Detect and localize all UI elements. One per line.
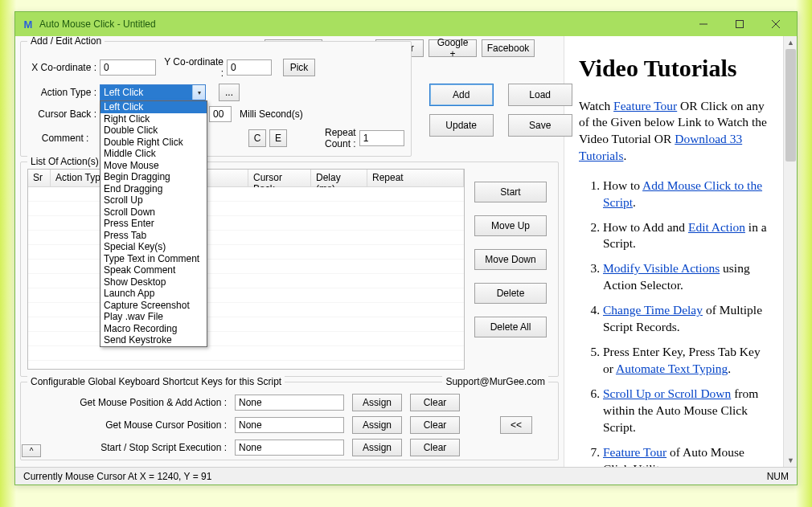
- shortcut-row1-input[interactable]: [235, 395, 344, 411]
- svg-rect-1: [736, 21, 743, 28]
- move-up-button[interactable]: Move Up: [474, 215, 547, 236]
- action-type-option[interactable]: Middle Click: [100, 148, 207, 160]
- col-sr[interactable]: Sr: [28, 170, 51, 186]
- tutorial-link[interactable]: Modify Visible Actions: [603, 261, 720, 275]
- update-button[interactable]: Update: [429, 114, 494, 137]
- tutorial-item: Feature Tour of Auto Mouse Click Utility…: [603, 444, 769, 467]
- action-type-ellipsis-button[interactable]: ...: [219, 84, 240, 101]
- scroll-thumb[interactable]: [785, 49, 796, 162]
- action-type-option[interactable]: Show Desktop: [100, 276, 207, 288]
- action-type-option[interactable]: Play .wav File: [100, 311, 207, 323]
- tutorials-pane: Video Tutorials Watch Feature Tour OR Cl…: [564, 36, 783, 467]
- list-side-buttons: Start Move Up Move Down Delete Delete Al…: [471, 169, 552, 370]
- shortcut-row3-assign[interactable]: Assign: [352, 439, 402, 456]
- load-button[interactable]: Load: [508, 84, 572, 106]
- shortcut-row2-label: Get Mouse Cursor Position :: [27, 419, 227, 431]
- scroll-up-icon[interactable]: ▲: [784, 36, 797, 49]
- scroll-down-icon[interactable]: ▼: [784, 454, 797, 467]
- action-type-option[interactable]: Double Right Click: [100, 137, 207, 149]
- delete-all-button[interactable]: Delete All: [474, 317, 547, 337]
- shortcut-row3-input[interactable]: [235, 440, 344, 456]
- cursor-back-label: Cursor Back :: [27, 108, 96, 120]
- action-type-option[interactable]: Left Click: [100, 101, 207, 113]
- delay-unit-label: Milli Second(s): [240, 108, 303, 120]
- tutorials-list: How to Add Mouse Click to the Script.How…: [579, 178, 769, 467]
- e-button[interactable]: E: [269, 129, 287, 147]
- shortcut-row2-assign[interactable]: Assign: [352, 416, 402, 434]
- action-type-option[interactable]: Move Mouse: [100, 160, 207, 172]
- shortcut-row2-clear[interactable]: Clear: [410, 416, 460, 434]
- add-edit-legend: Add / Edit Action: [27, 36, 105, 47]
- action-type-option[interactable]: Launch App: [100, 288, 207, 300]
- shortcut-row3-label: Start / Stop Script Execution :: [27, 442, 227, 453]
- action-type-option[interactable]: Capture Screenshot: [100, 300, 207, 312]
- close-button[interactable]: [757, 13, 794, 35]
- tutorial-link[interactable]: Scroll Up or Scroll Down: [603, 386, 731, 400]
- shortcut-row2-input[interactable]: [235, 417, 344, 433]
- shortcut-row1-clear[interactable]: Clear: [410, 394, 460, 411]
- support-link[interactable]: Support@MurGee.com: [442, 376, 548, 387]
- save-button[interactable]: Save: [508, 114, 572, 137]
- tutorial-link[interactable]: Automate Text Typing: [616, 362, 728, 375]
- table-body[interactable]: [28, 187, 464, 369]
- action-type-option[interactable]: Scroll Up: [100, 194, 207, 206]
- maximize-button[interactable]: [721, 13, 757, 35]
- action-type-option[interactable]: Scroll Down: [100, 206, 207, 219]
- action-type-dropdown[interactable]: Left ClickRight ClickDouble ClickDouble …: [100, 100, 207, 347]
- move-down-button[interactable]: Move Down: [474, 249, 547, 270]
- action-type-option[interactable]: Send Keystroke: [100, 334, 207, 346]
- action-type-combo[interactable]: Left Click ▾ Left ClickRight ClickDouble…: [100, 84, 206, 100]
- facebook-button[interactable]: Facebook: [482, 39, 535, 57]
- action-type-option[interactable]: Double Click: [100, 125, 207, 137]
- action-type-option[interactable]: Press Enter: [100, 218, 207, 230]
- shortcut-row1-label: Get Mouse Position & Add Action :: [27, 397, 227, 408]
- action-type-option[interactable]: Type Text in Comment: [100, 253, 207, 265]
- start-button[interactable]: Start: [474, 182, 547, 202]
- col-repeat[interactable]: Repeat: [367, 170, 464, 186]
- panel-collapse-caret[interactable]: ^: [22, 444, 41, 457]
- googleplus-button[interactable]: Google +: [429, 39, 477, 57]
- xcoord-input[interactable]: [100, 59, 156, 76]
- status-cursor: Currently Mouse Cursor At X = 1240, Y = …: [23, 471, 211, 482]
- delay-input[interactable]: [209, 106, 232, 122]
- titlebar[interactable]: M Auto Mouse Click - Untitled: [15, 12, 797, 36]
- xcoord-label: X Co-ordinate :: [27, 62, 96, 73]
- shortcut-collapse-button[interactable]: <<: [500, 416, 532, 434]
- actions-table[interactable]: Sr Action Typ Cursor Back Delay (ms) Rep…: [27, 169, 465, 370]
- action-type-option[interactable]: Special Key(s): [100, 241, 207, 253]
- tutorial-item: How to Add Mouse Click to the Script.: [603, 178, 769, 211]
- action-type-option[interactable]: Press Tab: [100, 230, 207, 242]
- ycoord-input[interactable]: [227, 59, 272, 76]
- tutorial-link[interactable]: Feature Tour: [603, 445, 666, 459]
- pick-button[interactable]: Pick: [283, 59, 315, 76]
- delete-button[interactable]: Delete: [474, 283, 547, 304]
- tutorial-link[interactable]: Change Time Delay: [603, 303, 703, 317]
- col-delay[interactable]: Delay (ms): [311, 170, 367, 186]
- tutorial-item: Modify Visible Actions using Action Sele…: [603, 260, 769, 294]
- shortcut-row3-clear[interactable]: Clear: [410, 439, 460, 456]
- c-button[interactable]: C: [248, 129, 266, 147]
- tutorials-intro: Watch Feature Tour OR Click on any of th…: [579, 98, 769, 166]
- tutorial-item: Change Time Delay of Multiple Script Rec…: [603, 302, 769, 336]
- shortcut-row1-assign[interactable]: Assign: [352, 394, 402, 411]
- action-type-option[interactable]: Begin Dragging: [100, 171, 207, 183]
- col-cursor-back[interactable]: Cursor Back: [248, 170, 311, 186]
- right-scrollbar[interactable]: ▲ ▼: [783, 36, 797, 467]
- shortcuts-fieldset: Configurable Global Keyboard Shortcut Ke…: [20, 382, 559, 460]
- tutorials-heading: Video Tutorials: [579, 52, 769, 85]
- tutorial-item: Press Enter Key, Press Tab Key or Automa…: [603, 344, 769, 378]
- status-num: NUM: [767, 471, 789, 482]
- add-button[interactable]: Add: [429, 84, 494, 106]
- action-type-option[interactable]: End Dragging: [100, 183, 207, 195]
- table-header: Sr Action Typ Cursor Back Delay (ms) Rep…: [28, 170, 464, 187]
- feature-tour-link[interactable]: Feature Tour: [613, 99, 677, 112]
- action-type-option[interactable]: Speak Comment: [100, 264, 207, 276]
- action-type-option[interactable]: Right Click: [100, 113, 207, 125]
- chevron-down-icon: ▾: [192, 85, 205, 100]
- minimize-button[interactable]: [685, 13, 721, 35]
- window-title: Auto Mouse Click - Untitled: [39, 18, 685, 30]
- action-type-option[interactable]: Macro Recording: [100, 323, 207, 335]
- repeat-input[interactable]: [359, 130, 404, 146]
- tutorial-link[interactable]: Edit Action: [688, 220, 745, 234]
- tutorial-item: How to Add and Edit Action in a Script.: [603, 219, 769, 253]
